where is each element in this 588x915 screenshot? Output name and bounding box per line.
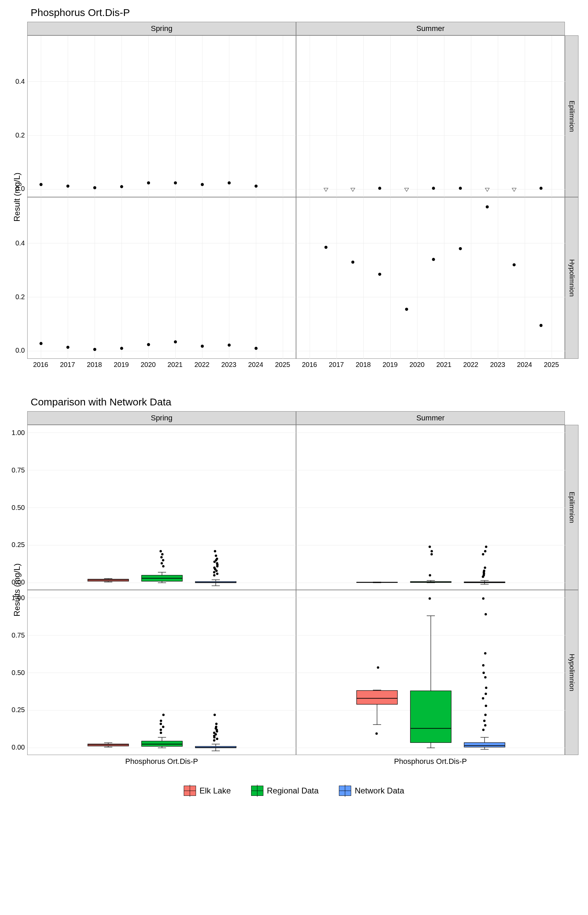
scatter-title: Phosphorus Ort.Dis-P xyxy=(0,0,588,22)
svg-point-146 xyxy=(428,546,431,548)
svg-point-107 xyxy=(161,553,164,556)
bpanel-spring-epi: 0.000.250.500.751.00 xyxy=(27,425,296,590)
svg-point-187 xyxy=(213,739,215,741)
svg-point-144 xyxy=(430,553,433,556)
panel-summer-hypo xyxy=(296,197,565,359)
svg-point-188 xyxy=(216,738,218,740)
svg-point-87 xyxy=(540,324,543,327)
svg-point-223 xyxy=(484,724,486,726)
svg-point-108 xyxy=(160,550,162,553)
svg-point-84 xyxy=(459,247,462,250)
svg-point-17 xyxy=(147,181,150,184)
svg-marker-43 xyxy=(512,188,516,192)
panel-spring-epi: 0.00.20.4 xyxy=(27,36,296,197)
svg-point-158 xyxy=(482,553,484,556)
svg-point-81 xyxy=(378,273,381,276)
svg-point-181 xyxy=(162,713,165,716)
svg-point-145 xyxy=(430,550,433,553)
box-xcat-right: Phosphorus Ort.Dis-P xyxy=(296,755,565,772)
svg-point-115 xyxy=(216,572,218,575)
svg-marker-40 xyxy=(351,188,355,192)
svg-point-64 xyxy=(228,343,231,346)
svg-point-216 xyxy=(428,597,431,600)
svg-point-122 xyxy=(216,562,218,564)
panel-spring-hypo: 0.00.20.4 xyxy=(27,197,296,359)
bcol-header-summer: Summer xyxy=(296,411,565,425)
svg-point-156 xyxy=(483,569,485,572)
bpanel-spring-hypo: 0.000.250.500.751.00 xyxy=(27,590,296,755)
legend-network: Network Data xyxy=(339,786,404,796)
svg-point-83 xyxy=(432,258,435,261)
svg-point-65 xyxy=(255,347,258,350)
svg-point-21 xyxy=(255,184,258,188)
svg-point-63 xyxy=(201,345,204,348)
svg-point-178 xyxy=(162,726,164,728)
svg-point-159 xyxy=(484,550,486,553)
svg-point-224 xyxy=(483,719,486,722)
box-title: Comparison with Network Data xyxy=(0,390,588,411)
legend: Elk Lake Regional Data Network Data xyxy=(0,772,588,806)
svg-point-198 xyxy=(213,713,216,716)
bpanel-summer-epi xyxy=(296,425,565,590)
svg-point-62 xyxy=(174,340,177,343)
svg-point-106 xyxy=(160,556,163,559)
svg-point-114 xyxy=(213,574,215,576)
svg-point-222 xyxy=(482,729,485,731)
scatter-chart: Phosphorus Ort.Dis-P Result (mg/L) Sprin… xyxy=(0,0,588,372)
brow-header-epi: Epilimnion xyxy=(565,425,578,590)
row-header-epi: Epilimnion xyxy=(565,36,578,197)
col-header-summer: Summer xyxy=(296,22,565,36)
svg-marker-39 xyxy=(324,188,328,192)
svg-rect-220 xyxy=(464,743,505,747)
svg-point-16 xyxy=(120,185,123,188)
svg-point-59 xyxy=(93,348,96,351)
svg-point-209 xyxy=(375,732,378,735)
svg-point-179 xyxy=(160,723,162,725)
svg-point-232 xyxy=(482,664,485,666)
svg-point-230 xyxy=(484,676,486,678)
svg-point-119 xyxy=(213,566,216,569)
svg-marker-42 xyxy=(485,188,489,192)
svg-point-15 xyxy=(93,186,96,189)
box-chart: Comparison with Network Data Results (mg… xyxy=(0,390,588,772)
legend-regional: Regional Data xyxy=(251,786,318,796)
svg-point-14 xyxy=(66,184,69,188)
svg-point-105 xyxy=(162,559,164,561)
scatter-xticks-right: 2016201720182019202020212022202320242025 xyxy=(296,359,565,372)
svg-rect-174 xyxy=(142,741,183,746)
svg-point-160 xyxy=(485,546,487,548)
svg-point-125 xyxy=(216,558,218,560)
svg-point-210 xyxy=(377,666,379,669)
svg-point-176 xyxy=(160,732,162,734)
svg-point-180 xyxy=(160,719,162,722)
svg-point-60 xyxy=(120,347,123,350)
svg-point-35 xyxy=(378,187,381,190)
svg-point-231 xyxy=(483,672,485,674)
svg-point-57 xyxy=(39,342,42,345)
svg-point-225 xyxy=(484,713,486,716)
svg-point-143 xyxy=(429,574,431,576)
svg-point-18 xyxy=(174,181,177,184)
svg-point-37 xyxy=(459,187,462,190)
col-header-spring: Spring xyxy=(27,22,296,36)
panel-summer-epi xyxy=(296,36,565,197)
brow-header-hypo: Hypolimnion xyxy=(565,590,578,755)
legend-elk: Elk Lake xyxy=(184,786,231,796)
svg-point-235 xyxy=(482,597,485,600)
svg-point-227 xyxy=(482,697,484,700)
svg-rect-207 xyxy=(357,691,397,705)
svg-point-234 xyxy=(485,613,487,616)
svg-point-127 xyxy=(214,550,216,553)
svg-point-38 xyxy=(540,187,543,190)
svg-point-36 xyxy=(432,187,435,190)
svg-point-229 xyxy=(485,687,487,689)
bpanel-summer-hypo xyxy=(296,590,565,755)
svg-point-13 xyxy=(39,183,42,186)
svg-rect-214 xyxy=(410,691,451,742)
svg-point-196 xyxy=(215,726,217,728)
svg-point-233 xyxy=(484,652,486,655)
svg-point-19 xyxy=(201,183,204,186)
bcol-header-spring: Spring xyxy=(27,411,296,425)
box-xcat-left: Phosphorus Ort.Dis-P xyxy=(27,755,296,772)
svg-point-85 xyxy=(486,205,489,209)
